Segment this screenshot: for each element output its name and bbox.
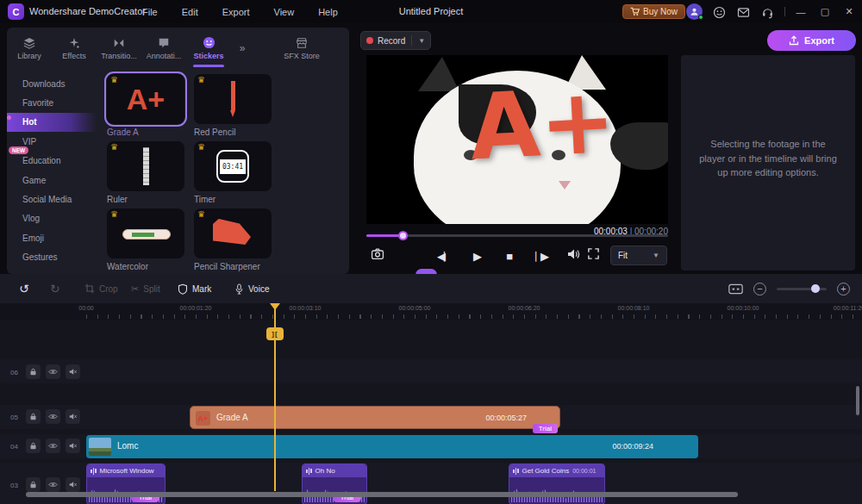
crop-button[interactable]: Crop — [84, 278, 118, 299]
clip-get-gold-coins[interactable]: Get Gold Coins 00:00:01 — [509, 464, 605, 504]
category-favorite[interactable]: Favorite — [7, 93, 97, 112]
stop-button[interactable]: ■ — [506, 250, 513, 263]
seek-bar-handle[interactable] — [398, 231, 408, 240]
mute-speaker-icon[interactable] — [66, 409, 80, 424]
support-headset-icon[interactable] — [759, 3, 776, 21]
grade-a-sticker-overlay[interactable]: A+ — [467, 76, 618, 174]
feedback-smiley-icon[interactable] — [710, 3, 728, 21]
more-tabs-chevron[interactable]: » — [231, 42, 253, 54]
close-button[interactable]: ✕ — [841, 4, 857, 19]
stickers-icon — [203, 36, 216, 49]
split-button[interactable]: ✂ Split — [131, 278, 160, 299]
lock-icon[interactable] — [26, 409, 41, 424]
menu-help[interactable]: Help — [318, 7, 338, 17]
messages-icon[interactable] — [734, 3, 752, 21]
sticker-grid: A+ ♛ Grade A ♛ Red Pencil ♛ Ruler 03:41 … — [103, 71, 345, 274]
zoom-slider-handle[interactable] — [811, 284, 820, 293]
trial-badge: Trial — [533, 424, 558, 433]
mute-speaker-icon[interactable] — [66, 477, 80, 492]
category-hot[interactable]: Hot — [7, 113, 97, 132]
tab-transitions[interactable]: Transitio... — [97, 28, 141, 69]
cat-ear — [418, 57, 459, 91]
category-emoji[interactable]: Emoji — [7, 228, 97, 247]
menu-export[interactable]: Export — [222, 7, 250, 17]
tab-effects[interactable]: Effects — [52, 28, 97, 69]
zoom-fit-dropdown[interactable]: Fit ▼ — [610, 246, 667, 265]
lock-icon[interactable] — [26, 477, 41, 492]
timeline-ruler[interactable]: 00:00 00:00:01:20 00:00:03:10 00:00:05:0… — [0, 303, 862, 320]
pencil-sharpener-artwork — [213, 219, 251, 245]
lock-icon[interactable] — [26, 364, 41, 379]
clip-grade-a[interactable]: A+ Grade A 00:00:05:27 Trial — [190, 406, 560, 429]
clip-lomc[interactable]: Lomc 00:00:09:24 — [86, 435, 698, 458]
eye-icon[interactable] — [46, 477, 60, 492]
tab-library[interactable]: Library — [7, 28, 52, 69]
timeline-zoom-slider[interactable] — [777, 288, 827, 290]
lock-icon[interactable] — [26, 439, 41, 453]
playhead-marker[interactable] — [270, 303, 280, 310]
category-gestures[interactable]: Gestures — [7, 248, 97, 267]
category-social-media[interactable]: Social Media — [7, 190, 97, 208]
sticker-red-pencil[interactable]: ♛ — [194, 74, 272, 124]
record-dropdown-chevron[interactable]: ▼ — [418, 37, 425, 45]
track-number: 03 — [10, 482, 18, 489]
tab-sfx-store[interactable]: SFX Store — [279, 28, 324, 69]
snapshot-camera-button[interactable] — [371, 247, 384, 261]
eye-icon[interactable] — [46, 409, 60, 424]
category-education[interactable]: NEW Education — [7, 152, 97, 171]
library-icon — [23, 36, 35, 49]
category-game[interactable]: Game — [7, 171, 97, 190]
menu-edit[interactable]: Edit — [182, 7, 198, 17]
next-frame-button[interactable]: ▏▶ — [537, 250, 549, 263]
minimize-button[interactable]: — — [793, 4, 809, 19]
export-button[interactable]: Export — [767, 30, 856, 51]
playhead-handle[interactable]: ][ — [266, 327, 284, 340]
asset-tabbar: Library Effects Transitio... Annotati...… — [7, 28, 349, 69]
sticker-ruler[interactable]: ♛ — [107, 141, 184, 191]
timeline-horizontal-scrollbar[interactable] — [26, 492, 738, 497]
previous-frame-button[interactable]: ◀▏ — [437, 250, 449, 263]
menu-file[interactable]: File — [142, 7, 158, 17]
record-button[interactable]: Record ▼ — [360, 31, 431, 50]
category-vlog[interactable]: Vlog — [7, 209, 97, 228]
sticker-watercolor[interactable]: ♛ — [107, 208, 184, 258]
menu-view[interactable]: View — [274, 7, 295, 17]
play-button[interactable]: ▶ — [473, 250, 482, 263]
timeline-tracks: 06 05 04 03 A+ Grade A 00:00:05:27 Trial… — [0, 320, 862, 504]
buy-now-button[interactable]: Buy Now — [622, 4, 685, 19]
audio-waveform-icon — [513, 467, 519, 475]
undo-button[interactable]: ↺ — [19, 278, 29, 299]
zoom-out-button[interactable]: − — [753, 283, 766, 296]
maximize-button[interactable]: ▢ — [817, 4, 833, 19]
account-avatar[interactable] — [686, 3, 703, 20]
ruler-artwork — [143, 147, 149, 185]
mark-shield-icon — [178, 283, 188, 295]
category-list: Downloads Favorite Hot VIP NEW Education… — [7, 74, 97, 274]
redo-button[interactable]: ↻ — [50, 278, 60, 299]
crown-icon: ♛ — [110, 142, 118, 152]
mute-speaker-icon[interactable] — [66, 439, 80, 453]
tab-annotations[interactable]: Annotati... — [141, 28, 186, 69]
clip-microsoft-window[interactable]: Microsoft Window Trial — [86, 464, 166, 504]
zoom-in-button[interactable]: + — [837, 283, 850, 296]
eye-icon[interactable] — [46, 439, 60, 453]
volume-button[interactable] — [566, 247, 580, 261]
effects-icon — [68, 36, 80, 49]
sticker-timer[interactable]: 03:41 ♛ — [194, 141, 272, 191]
mute-speaker-icon[interactable] — [66, 364, 80, 379]
clip-oh-no[interactable]: Oh No Trial — [302, 464, 367, 504]
tab-stickers[interactable]: Stickers — [186, 28, 231, 69]
voice-button[interactable]: Voice — [234, 278, 269, 299]
sticker-pencil-sharpener[interactable]: ♛ — [194, 208, 272, 258]
preview-seek-bar[interactable] — [366, 234, 668, 237]
clip-duration: 00:00:09:24 — [612, 442, 653, 451]
timeline-vertical-scrollbar[interactable] — [856, 386, 859, 415]
fit-timeline-icon[interactable] — [728, 283, 743, 295]
mark-button[interactable]: Mark — [178, 278, 211, 299]
video-preview[interactable]: A+ — [366, 55, 668, 224]
fullscreen-button[interactable] — [587, 247, 600, 260]
sticker-grade-a[interactable]: A+ ♛ — [107, 74, 184, 124]
app-name: Wondershare DemoCreator — [29, 6, 146, 16]
category-downloads[interactable]: Downloads — [7, 74, 97, 93]
eye-icon[interactable] — [46, 364, 60, 379]
